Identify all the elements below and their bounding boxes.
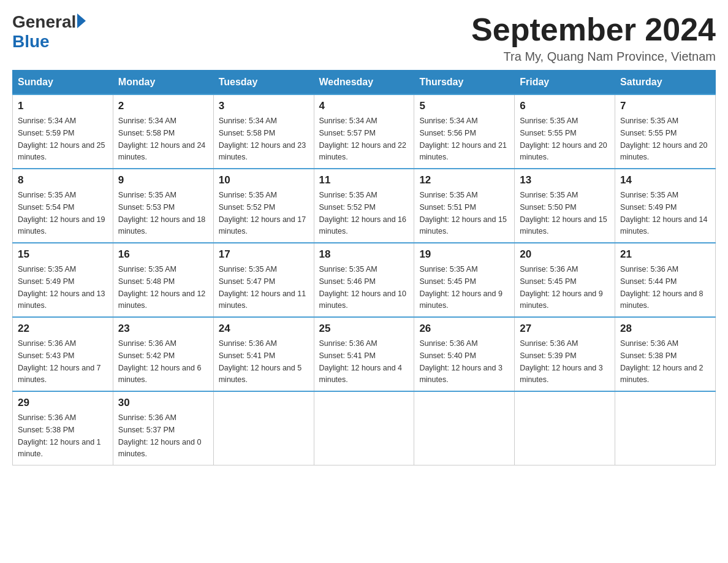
day-number: 20 xyxy=(520,248,610,261)
logo-text-general: General xyxy=(12,12,76,32)
calendar-day-header: Sunday xyxy=(13,71,113,95)
calendar-cell: 3 Sunrise: 5:34 AMSunset: 5:58 PMDayligh… xyxy=(213,94,314,169)
day-number: 28 xyxy=(620,323,710,335)
calendar-header-row: SundayMondayTuesdayWednesdayThursdayFrid… xyxy=(13,71,716,95)
day-info: Sunrise: 5:34 AMSunset: 5:58 PMDaylight:… xyxy=(118,117,205,161)
calendar-day-header: Tuesday xyxy=(213,71,314,95)
day-info: Sunrise: 5:34 AMSunset: 5:58 PMDaylight:… xyxy=(219,117,306,161)
calendar-day-header: Wednesday xyxy=(314,71,414,95)
page-header: General Blue September 2024 Tra My, Quan… xyxy=(12,12,716,64)
calendar-cell: 16 Sunrise: 5:35 AMSunset: 5:48 PMDaylig… xyxy=(113,243,213,317)
day-number: 3 xyxy=(219,100,309,112)
day-number: 18 xyxy=(319,248,409,261)
day-info: Sunrise: 5:36 AMSunset: 5:40 PMDaylight:… xyxy=(419,339,502,384)
calendar-cell: 1 Sunrise: 5:34 AMSunset: 5:59 PMDayligh… xyxy=(13,94,113,169)
day-number: 1 xyxy=(18,100,108,112)
day-info: Sunrise: 5:35 AMSunset: 5:49 PMDaylight:… xyxy=(18,265,105,310)
day-info: Sunrise: 5:35 AMSunset: 5:54 PMDaylight:… xyxy=(18,191,105,236)
day-info: Sunrise: 5:36 AMSunset: 5:44 PMDaylight:… xyxy=(620,265,703,310)
day-info: Sunrise: 5:35 AMSunset: 5:50 PMDaylight:… xyxy=(520,191,607,236)
day-info: Sunrise: 5:35 AMSunset: 5:48 PMDaylight:… xyxy=(118,265,205,310)
calendar-day-header: Friday xyxy=(515,71,615,95)
day-number: 12 xyxy=(419,174,509,186)
day-info: Sunrise: 5:35 AMSunset: 5:51 PMDaylight:… xyxy=(419,191,506,236)
month-title: September 2024 xyxy=(471,12,716,47)
calendar-week-row: 1 Sunrise: 5:34 AMSunset: 5:59 PMDayligh… xyxy=(13,94,716,169)
calendar-day-header: Saturday xyxy=(615,71,716,95)
day-number: 27 xyxy=(520,323,610,335)
day-info: Sunrise: 5:34 AMSunset: 5:59 PMDaylight:… xyxy=(18,117,105,161)
day-number: 22 xyxy=(18,323,108,335)
calendar-day-header: Thursday xyxy=(414,71,515,95)
calendar-week-row: 22 Sunrise: 5:36 AMSunset: 5:43 PMDaylig… xyxy=(13,317,716,391)
calendar-cell: 23 Sunrise: 5:36 AMSunset: 5:42 PMDaylig… xyxy=(113,317,213,391)
calendar-cell: 17 Sunrise: 5:35 AMSunset: 5:47 PMDaylig… xyxy=(213,243,314,317)
day-number: 5 xyxy=(419,100,509,112)
day-number: 2 xyxy=(118,100,208,112)
calendar-cell: 2 Sunrise: 5:34 AMSunset: 5:58 PMDayligh… xyxy=(113,94,213,169)
day-number: 24 xyxy=(219,323,309,335)
day-info: Sunrise: 5:36 AMSunset: 5:45 PMDaylight:… xyxy=(520,265,603,310)
calendar-cell: 30 Sunrise: 5:36 AMSunset: 5:37 PMDaylig… xyxy=(113,391,213,465)
day-info: Sunrise: 5:35 AMSunset: 5:47 PMDaylight:… xyxy=(219,265,306,310)
calendar-week-row: 29 Sunrise: 5:36 AMSunset: 5:38 PMDaylig… xyxy=(13,391,716,465)
calendar-cell: 6 Sunrise: 5:35 AMSunset: 5:55 PMDayligh… xyxy=(515,94,615,169)
calendar-cell: 14 Sunrise: 5:35 AMSunset: 5:49 PMDaylig… xyxy=(615,169,716,243)
day-info: Sunrise: 5:35 AMSunset: 5:55 PMDaylight:… xyxy=(520,117,607,161)
day-number: 4 xyxy=(319,100,409,112)
calendar-cell: 27 Sunrise: 5:36 AMSunset: 5:39 PMDaylig… xyxy=(515,317,615,391)
day-info: Sunrise: 5:35 AMSunset: 5:52 PMDaylight:… xyxy=(219,191,306,236)
day-info: Sunrise: 5:36 AMSunset: 5:38 PMDaylight:… xyxy=(18,413,101,458)
calendar-cell xyxy=(414,391,515,465)
calendar-day-header: Monday xyxy=(113,71,213,95)
day-info: Sunrise: 5:36 AMSunset: 5:43 PMDaylight:… xyxy=(18,339,101,384)
day-info: Sunrise: 5:36 AMSunset: 5:41 PMDaylight:… xyxy=(219,339,302,384)
calendar-cell: 24 Sunrise: 5:36 AMSunset: 5:41 PMDaylig… xyxy=(213,317,314,391)
day-number: 26 xyxy=(419,323,509,335)
calendar-cell: 10 Sunrise: 5:35 AMSunset: 5:52 PMDaylig… xyxy=(213,169,314,243)
calendar-week-row: 8 Sunrise: 5:35 AMSunset: 5:54 PMDayligh… xyxy=(13,169,716,243)
day-info: Sunrise: 5:36 AMSunset: 5:39 PMDaylight:… xyxy=(520,339,603,384)
calendar-cell: 12 Sunrise: 5:35 AMSunset: 5:51 PMDaylig… xyxy=(414,169,515,243)
calendar-cell: 7 Sunrise: 5:35 AMSunset: 5:55 PMDayligh… xyxy=(615,94,716,169)
calendar-cell xyxy=(314,391,414,465)
calendar-cell: 11 Sunrise: 5:35 AMSunset: 5:52 PMDaylig… xyxy=(314,169,414,243)
day-number: 29 xyxy=(18,397,108,409)
day-number: 15 xyxy=(18,248,108,261)
day-info: Sunrise: 5:34 AMSunset: 5:56 PMDaylight:… xyxy=(419,117,506,161)
day-info: Sunrise: 5:34 AMSunset: 5:57 PMDaylight:… xyxy=(319,117,406,161)
day-number: 9 xyxy=(118,174,208,186)
calendar-cell: 9 Sunrise: 5:35 AMSunset: 5:53 PMDayligh… xyxy=(113,169,213,243)
calendar-cell xyxy=(515,391,615,465)
calendar-cell: 4 Sunrise: 5:34 AMSunset: 5:57 PMDayligh… xyxy=(314,94,414,169)
calendar-cell: 15 Sunrise: 5:35 AMSunset: 5:49 PMDaylig… xyxy=(13,243,113,317)
day-info: Sunrise: 5:35 AMSunset: 5:46 PMDaylight:… xyxy=(319,265,406,310)
calendar-cell: 25 Sunrise: 5:36 AMSunset: 5:41 PMDaylig… xyxy=(314,317,414,391)
calendar-cell: 18 Sunrise: 5:35 AMSunset: 5:46 PMDaylig… xyxy=(314,243,414,317)
day-info: Sunrise: 5:35 AMSunset: 5:45 PMDaylight:… xyxy=(419,265,502,310)
day-number: 6 xyxy=(520,100,610,112)
calendar-cell: 5 Sunrise: 5:34 AMSunset: 5:56 PMDayligh… xyxy=(414,94,515,169)
title-section: September 2024 Tra My, Quang Nam Provinc… xyxy=(471,12,716,64)
day-number: 13 xyxy=(520,174,610,186)
day-number: 21 xyxy=(620,248,710,261)
calendar-week-row: 15 Sunrise: 5:35 AMSunset: 5:49 PMDaylig… xyxy=(13,243,716,317)
calendar-cell: 29 Sunrise: 5:36 AMSunset: 5:38 PMDaylig… xyxy=(13,391,113,465)
day-info: Sunrise: 5:35 AMSunset: 5:55 PMDaylight:… xyxy=(620,117,707,161)
day-number: 7 xyxy=(620,100,710,112)
day-number: 19 xyxy=(419,248,509,261)
calendar-cell: 26 Sunrise: 5:36 AMSunset: 5:40 PMDaylig… xyxy=(414,317,515,391)
day-info: Sunrise: 5:35 AMSunset: 5:49 PMDaylight:… xyxy=(620,191,707,236)
day-number: 14 xyxy=(620,174,710,186)
day-info: Sunrise: 5:36 AMSunset: 5:38 PMDaylight:… xyxy=(620,339,703,384)
day-number: 16 xyxy=(118,248,208,261)
calendar-cell: 20 Sunrise: 5:36 AMSunset: 5:45 PMDaylig… xyxy=(515,243,615,317)
day-info: Sunrise: 5:36 AMSunset: 5:37 PMDaylight:… xyxy=(118,413,202,458)
logo: General Blue xyxy=(12,12,86,52)
location: Tra My, Quang Nam Province, Vietnam xyxy=(471,50,716,64)
day-number: 23 xyxy=(118,323,208,335)
calendar-cell xyxy=(213,391,314,465)
day-number: 8 xyxy=(18,174,108,186)
day-number: 11 xyxy=(319,174,409,186)
day-info: Sunrise: 5:35 AMSunset: 5:53 PMDaylight:… xyxy=(118,191,205,236)
